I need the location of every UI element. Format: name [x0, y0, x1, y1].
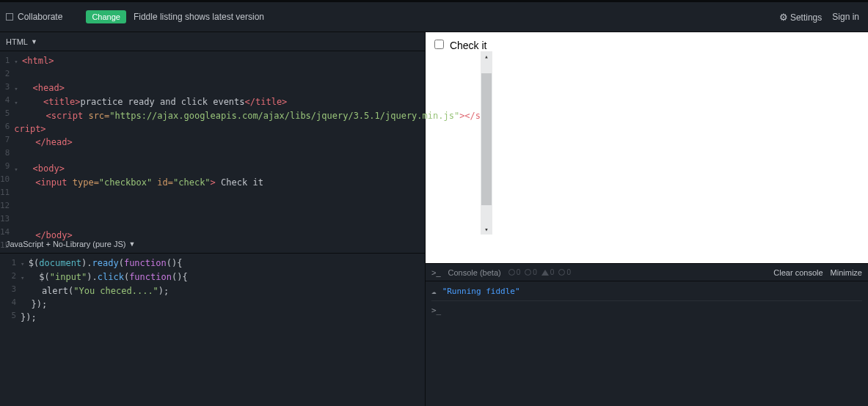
line-num: 4	[0, 94, 10, 107]
topbar-left: Collaborate Change Fiddle listing shows …	[6, 10, 264, 23]
html-code[interactable]: ▾ <html> ▾ <head>▾ <title>practice ready…	[14, 51, 481, 235]
code-token: practice ready and click events	[81, 97, 245, 107]
circle-icon	[508, 269, 515, 276]
scroll-up-icon[interactable]: ▴	[481, 51, 492, 62]
sign-in-button[interactable]: Sign in	[832, 12, 859, 22]
console-message: "Running fiddle"	[442, 287, 520, 296]
line-num: 8	[0, 147, 10, 160]
topbar-right: ⚙ Settings Sign in	[779, 12, 859, 23]
line-num: 4	[0, 296, 16, 309]
change-badge[interactable]: Change	[86, 10, 126, 23]
line-num: 3	[0, 283, 16, 296]
code-token: ).	[87, 272, 97, 282]
console-body[interactable]: ☁ "Running fiddle" >_	[426, 281, 868, 406]
code-token: </body>	[35, 230, 73, 240]
code-token: <title>	[43, 97, 81, 107]
console-header-right: Clear console Minimize	[773, 268, 862, 277]
code-token: (){	[167, 258, 183, 268]
code-token: });	[21, 299, 47, 309]
result-checkbox-label[interactable]: Check it	[434, 40, 486, 51]
code-token: <html>	[22, 56, 54, 66]
line-num: 2	[0, 270, 16, 283]
line-num: 12	[0, 199, 10, 213]
triangle-icon	[541, 270, 549, 276]
code-token: "check"	[173, 177, 211, 188]
code-token: "checkbox"	[99, 177, 152, 188]
line-num: 6	[0, 120, 10, 133]
line-num: 13	[0, 213, 10, 226]
settings-label: Settings	[790, 12, 822, 23]
fiddle-listing-text: Fiddle listing shows latest version	[134, 12, 264, 22]
clear-console-button[interactable]: Clear console	[773, 268, 823, 277]
left-column: HTML ▼ 1 2 3 4 5 6 7 8 9 10 11 12 13 14 …	[0, 32, 426, 406]
code-token: "input"	[50, 272, 87, 282]
code-token: src=	[88, 111, 109, 121]
cloud-icon: ☁	[431, 287, 437, 296]
settings-button[interactable]: ⚙ Settings	[779, 12, 823, 23]
collaborate-icon	[6, 13, 13, 21]
scroll-down-icon[interactable]: ▾	[481, 224, 492, 235]
minimize-button[interactable]: Minimize	[831, 268, 862, 277]
collaborate-label: Collaborate	[18, 12, 62, 22]
line-num: 5	[0, 107, 10, 120]
circle-icon	[558, 269, 565, 276]
code-token: });	[21, 312, 37, 322]
code-token: );	[158, 286, 169, 296]
badge-count: 0	[517, 268, 521, 276]
fiddle-info: Change Fiddle listing shows latest versi…	[86, 10, 264, 23]
console-input-line[interactable]: >_	[431, 300, 862, 314]
code-token: "You checed...."	[73, 286, 158, 296]
line-num: 3	[0, 81, 10, 94]
code-token: ).	[81, 258, 92, 268]
js-gutter: 1 2 3 4 5	[0, 254, 21, 406]
code-token: document	[39, 258, 81, 268]
code-token: (	[119, 258, 124, 268]
code-token: id=	[152, 177, 173, 188]
prompt-icon: >_	[431, 306, 441, 315]
code-token: <head>	[33, 83, 65, 93]
line-num: 11	[0, 186, 10, 199]
console-badges: 0 0 0 0	[508, 268, 571, 276]
badge-error[interactable]: 0	[525, 268, 537, 276]
code-token: "https://ajax.googleapis.com/ajax/libs/j…	[109, 111, 459, 121]
circle-icon	[525, 269, 531, 276]
badge-count: 0	[533, 268, 537, 276]
code-token: function	[124, 258, 167, 268]
console-title: Console (beta)	[448, 268, 501, 277]
code-token: ></s	[459, 111, 481, 121]
js-editor[interactable]: 1 2 3 4 5 ▾ $(document).ready(function()…	[0, 254, 425, 406]
line-num: 7	[0, 133, 10, 147]
checkbox-text: Check it	[450, 40, 487, 51]
collaborate-button[interactable]: Collaborate	[6, 12, 62, 22]
badge-count: 0	[550, 268, 555, 276]
code-token: >	[211, 177, 216, 188]
code-token: cript>	[14, 124, 45, 134]
html-editor[interactable]: 1 2 3 4 5 6 7 8 9 10 11 12 13 14 15 ▾ <h…	[0, 51, 425, 235]
html-scrollbar[interactable]: ▴ ▾	[481, 51, 492, 235]
console-header: >_ Console (beta) 0 0 0 0 Clear console …	[426, 264, 868, 281]
badge-info[interactable]: 0	[508, 268, 521, 276]
html-panel-header[interactable]: HTML ▼	[0, 32, 425, 51]
code-token: $(	[29, 258, 39, 268]
chevron-down-icon: ▼	[31, 38, 37, 45]
code-token: </head>	[35, 137, 73, 147]
js-code[interactable]: ▾ $(document).ready(function(){▾ $("inpu…	[21, 254, 425, 406]
code-token: ready	[92, 258, 119, 268]
line-num: 5	[0, 309, 16, 322]
html-gutter: 1 2 3 4 5 6 7 8 9 10 11 12 13 14 15	[0, 51, 14, 235]
line-num: 1	[0, 54, 10, 67]
check-checkbox[interactable]	[434, 40, 444, 49]
badge-warn[interactable]: 0	[541, 268, 555, 276]
code-token: $(	[29, 272, 50, 282]
code-token: Check it	[216, 177, 263, 188]
code-token: function	[129, 272, 172, 282]
badge-count: 0	[566, 268, 571, 276]
line-num: 14	[0, 226, 10, 239]
scroll-thumb[interactable]	[481, 73, 492, 205]
line-num: 9	[0, 160, 10, 173]
console-panel: >_ Console (beta) 0 0 0 0 Clear console …	[426, 263, 868, 406]
line-num: 10	[0, 173, 10, 186]
code-token: type=	[73, 177, 99, 188]
badge-other[interactable]: 0	[558, 268, 571, 276]
code-token: <script	[46, 111, 89, 121]
